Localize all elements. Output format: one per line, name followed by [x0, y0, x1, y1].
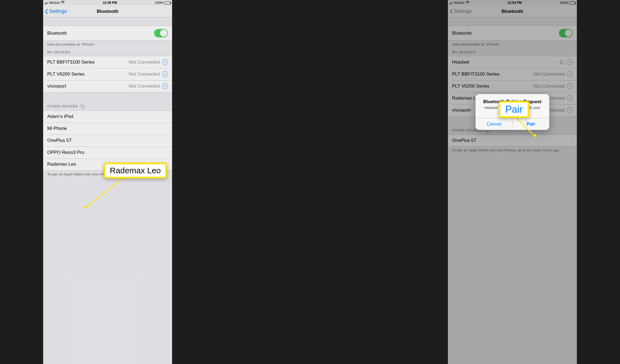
callout-rademax: Rademax Leo	[104, 163, 167, 178]
bluetooth-label: Bluetooth	[47, 31, 154, 36]
carrier-label: Verizon	[454, 1, 465, 5]
bluetooth-label: Bluetooth	[452, 31, 559, 36]
back-button[interactable]: Settings	[450, 8, 472, 14]
other-device-row[interactable]: Adam’s iPad	[43, 111, 172, 123]
device-row[interactable]: PLT BBFIT3100 Series Not Connected i	[448, 68, 577, 80]
battery-icon	[569, 1, 575, 4]
apple-watch-link[interactable]: Apple Watch app	[532, 148, 559, 152]
device-row[interactable]: PLT BBFIT3100 Series Not Connected i	[43, 56, 172, 68]
carrier-label: Verizon	[49, 1, 60, 5]
clock: 12:49 PM	[103, 1, 117, 5]
other-device-row[interactable]: OnePlus 5T	[43, 135, 172, 147]
battery-percent: 100%	[560, 1, 568, 5]
bluetooth-toggle-row: Bluetooth	[43, 26, 172, 41]
other-devices-header: OTHER DEVICES	[43, 102, 172, 111]
nav-bar: Settings Bluetooth	[448, 5, 577, 17]
callout-pointer-line	[85, 176, 126, 208]
chevron-left-icon	[450, 9, 453, 14]
wifi-icon	[466, 1, 470, 5]
screenshot-right: Verizon 12:54 PM 100% Settings Bluetooth…	[448, 0, 577, 364]
device-row[interactable]: Headset i	[448, 56, 577, 68]
alert-cancel-button[interactable]: Cancel	[476, 118, 512, 130]
my-devices-header: MY DEVICES	[43, 49, 172, 56]
device-row[interactable]: PLT V6200 Series Not Connected i	[448, 80, 577, 92]
callout-pair: Pair	[499, 101, 529, 118]
spinner-icon	[559, 60, 564, 65]
device-row[interactable]: vívosport Not Connected i	[43, 80, 172, 93]
page-title: Bluetooth	[97, 9, 118, 14]
back-button[interactable]: Settings	[45, 8, 67, 14]
info-icon[interactable]: i	[162, 71, 168, 77]
screenshot-left: Verizon 12:49 PM 100% Settings Bluetooth…	[43, 0, 172, 364]
device-row[interactable]: PLT V6200 Series Not Connected i	[43, 68, 172, 80]
info-icon[interactable]: i	[162, 59, 168, 65]
nav-bar: Settings Bluetooth	[43, 5, 172, 17]
back-label: Settings	[49, 8, 67, 14]
signal-icon	[450, 1, 453, 4]
info-icon[interactable]: i	[162, 83, 168, 89]
battery-percent: 100%	[155, 1, 163, 5]
discoverable-note: Now discoverable as “iPhone”.	[448, 41, 577, 49]
back-label: Settings	[454, 8, 472, 14]
info-icon[interactable]: i	[567, 71, 573, 77]
spinner-icon	[80, 104, 85, 109]
other-device-row[interactable]: OPPO Reno3 Pro	[43, 147, 172, 159]
status-bar: Verizon 12:54 PM 100%	[448, 0, 577, 5]
info-icon[interactable]: i	[567, 95, 573, 101]
other-device-row[interactable]: OnePlus 5T	[448, 135, 577, 147]
status-bar: Verizon 12:49 PM 100%	[43, 0, 172, 5]
page-title: Bluetooth	[501, 9, 523, 14]
bluetooth-switch[interactable]	[154, 29, 168, 37]
info-icon[interactable]: i	[567, 107, 573, 113]
clock: 12:54 PM	[507, 1, 522, 5]
chevron-left-icon	[45, 9, 48, 14]
info-icon[interactable]: i	[567, 59, 573, 65]
info-icon[interactable]: i	[567, 83, 573, 89]
bluetooth-switch[interactable]	[559, 29, 573, 37]
discoverable-note: Now discoverable as “iPhone”.	[43, 41, 172, 49]
bluetooth-toggle-row: Bluetooth	[448, 26, 577, 41]
my-devices-header: MY DEVICES	[448, 49, 577, 56]
battery-icon	[164, 1, 170, 4]
wifi-icon	[61, 1, 65, 5]
signal-icon	[45, 1, 48, 4]
apple-watch-note: To pair an Apple Watch with your iPhone,…	[448, 147, 577, 154]
other-device-row[interactable]: Mi Phone	[43, 123, 172, 135]
